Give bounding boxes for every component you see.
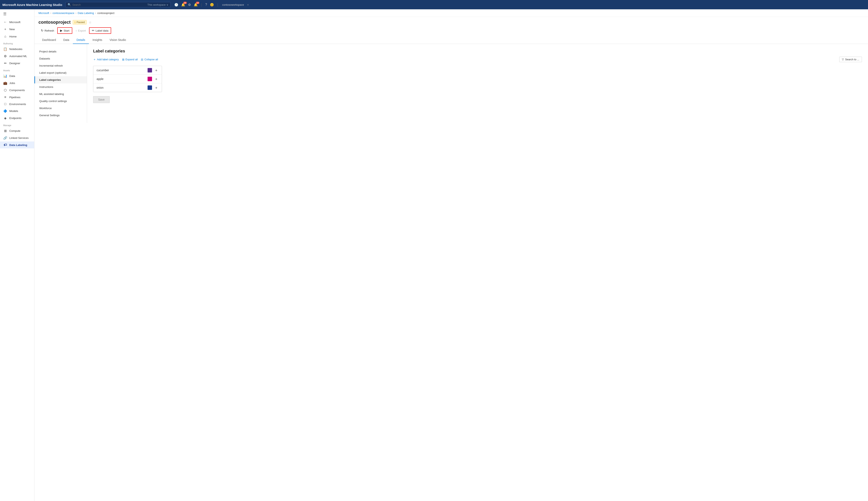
add-label-label: Add label category (97, 58, 119, 61)
collapse-all-icon: ⊟ (141, 58, 143, 61)
breadcrumb-microsoft[interactable]: Microsoft (39, 12, 49, 14)
favorite-star-icon[interactable]: ☆ (89, 20, 92, 24)
assets-section-label: Assets (0, 67, 34, 73)
sidebar-item-label: Jobs (9, 82, 15, 85)
breadcrumb-workspace[interactable]: contosoworkspace (52, 12, 74, 14)
color-swatch-onion[interactable] (148, 85, 152, 90)
left-panel-incremental-refresh[interactable]: Incremental refresh (34, 62, 87, 69)
sidebar-item-data-labeling[interactable]: 🏷 Data Labeling (0, 141, 34, 148)
home-icon: ⌂ (3, 35, 7, 38)
designer-icon: ✏ (3, 61, 7, 65)
add-child-onion-button[interactable]: ＋ (154, 86, 159, 89)
add-label-category-button[interactable]: ＋ Add label category (93, 58, 119, 61)
manage-section-label: Manage (0, 122, 34, 127)
tab-data[interactable]: Data (60, 36, 73, 44)
color-swatch-cucumber[interactable] (148, 68, 152, 73)
sidebar-item-automated-ml[interactable]: ⚙ Automated ML (0, 53, 34, 60)
left-panel-general-settings[interactable]: General Settings (34, 112, 87, 119)
app-layout: ☰ ← Microsoft ＋ New ⌂ Home Authoring 📋 N… (0, 9, 868, 501)
sidebar-item-label: Components (9, 89, 25, 92)
app-brand: Microsoft Azure Machine Learning Studio (2, 3, 62, 7)
linked-services-icon: 🔗 (3, 136, 7, 140)
left-panel-quality-control[interactable]: Quality control settings (34, 98, 87, 105)
tab-vision-studio[interactable]: Vision Studio (106, 36, 130, 44)
sidebar-item-label: Microsoft (9, 21, 20, 24)
left-panel-instructions[interactable]: Instructions (34, 83, 87, 90)
search-to-button[interactable]: ▽ Search to ... (839, 57, 862, 62)
sidebar-item-designer[interactable]: ✏ Designer (0, 60, 34, 67)
sidebar-item-home[interactable]: ⌂ Home (0, 33, 34, 40)
sidebar-item-label: Compute (9, 129, 20, 132)
sidebar: ☰ ← Microsoft ＋ New ⌂ Home Authoring 📋 N… (0, 9, 34, 501)
left-panel-project-details[interactable]: Project details (34, 48, 87, 55)
filter-icon: ▽ (842, 58, 844, 61)
sidebar-item-compute[interactable]: ⊞ Compute (0, 127, 34, 135)
start-button[interactable]: ▶ Start (57, 27, 72, 34)
sidebar-item-endpoints[interactable]: ◈ Endpoints (0, 115, 34, 122)
username-display[interactable]: contosoworkspace (222, 3, 244, 6)
alerts-icon[interactable]: 🔔 14 (194, 3, 198, 7)
left-panel-datasets[interactable]: Datasets (34, 55, 87, 62)
add-label-icon: ＋ (93, 58, 96, 61)
tab-dashboard[interactable]: Dashboard (39, 36, 60, 44)
label-categories-toolbar: ＋ Add label category ⊞ Expand all ⊟ Coll… (93, 57, 862, 62)
export-icon: ↑ (75, 29, 77, 32)
paused-icon: ℹ (75, 21, 75, 24)
expand-all-icon: ⊞ (122, 58, 125, 61)
help-icon[interactable]: ? (205, 3, 207, 7)
save-button[interactable]: Save (93, 96, 110, 103)
sidebar-item-jobs[interactable]: 💼 Jobs (0, 79, 34, 87)
notebooks-icon: 📋 (3, 47, 7, 51)
hamburger-menu-icon[interactable]: ☰ (0, 9, 34, 19)
breadcrumb-data-labeling[interactable]: Data Labeling (78, 12, 94, 14)
tab-insights[interactable]: Insights (89, 36, 106, 44)
settings-icon[interactable]: ⚙ (188, 3, 191, 7)
left-panel-label-categories[interactable]: Label categories (34, 76, 87, 83)
breadcrumb-sep1: › (51, 11, 51, 14)
export-label: Export (78, 29, 86, 32)
models-icon: 🔷 (3, 109, 7, 113)
sidebar-item-components[interactable]: ⬡ Components (0, 87, 34, 94)
export-button[interactable]: ↑ Export (73, 28, 88, 33)
workspace-selector[interactable]: This workspace ∨ (147, 3, 169, 6)
main-content: Microsoft › contosoworkspace › Data Labe… (34, 9, 868, 501)
color-swatch-apple[interactable] (148, 77, 152, 81)
sidebar-item-new[interactable]: ＋ New (0, 25, 34, 33)
breadcrumb-current: contosoproject (97, 12, 115, 14)
sidebar-item-environments[interactable]: □ Environments (0, 100, 34, 107)
left-panel-label-export[interactable]: Label export (optional) (34, 69, 87, 76)
sidebar-item-label: Environments (9, 103, 26, 106)
sidebar-item-label: Designer (9, 62, 20, 65)
search-to-label: Search to ... (845, 58, 859, 61)
breadcrumb-sep3: › (95, 11, 96, 14)
label-data-button[interactable]: ✏ Label data (89, 27, 111, 34)
add-child-cucumber-button[interactable]: ＋ (154, 68, 159, 72)
sidebar-item-models[interactable]: 🔷 Models (0, 107, 34, 115)
add-child-apple-button[interactable]: ＋ (154, 77, 159, 81)
environments-icon: □ (3, 102, 7, 106)
label-name-cucumber: cucumber (97, 68, 146, 72)
sidebar-item-pipelines[interactable]: ≡ Pipelines (0, 94, 34, 100)
notifications-icon[interactable]: 🔔 23 (181, 3, 185, 7)
expand-all-button[interactable]: ⊞ Expand all (122, 58, 138, 61)
label-categories-list: cucumber ＋ apple ＋ onion ＋ (93, 66, 162, 92)
content-area: Project details Datasets Incremental ref… (34, 44, 868, 123)
search-input[interactable] (72, 3, 146, 6)
label-category-item-cucumber: cucumber ＋ (93, 66, 162, 75)
sidebar-item-data[interactable]: 📊 Data (0, 73, 34, 79)
global-search-bar[interactable]: 🔍 This workspace ∨ (65, 2, 171, 7)
history-icon[interactable]: 🕐 (174, 3, 178, 7)
label-category-item-apple: apple ＋ (93, 75, 162, 83)
user-icon[interactable]: 😊 (210, 3, 214, 7)
sidebar-item-microsoft[interactable]: ← Microsoft (0, 19, 34, 25)
user-chevron-icon[interactable]: ∨ (247, 3, 249, 6)
sidebar-item-linked-services[interactable]: 🔗 Linked Services (0, 135, 34, 141)
play-icon: ▶ (60, 29, 63, 32)
refresh-button[interactable]: ↻ Refresh (39, 28, 56, 33)
tab-details[interactable]: Details (73, 36, 89, 44)
collapse-all-button[interactable]: ⊟ Collapse all (141, 58, 158, 61)
left-panel-ml-assisted-labeling[interactable]: ML assisted labeling (34, 90, 87, 98)
left-panel-workforce[interactable]: Workforce (34, 105, 87, 112)
page-title-row: contosoproject ℹ Paused ☆ (39, 20, 864, 25)
sidebar-item-notebooks[interactable]: 📋 Notebooks (0, 45, 34, 53)
